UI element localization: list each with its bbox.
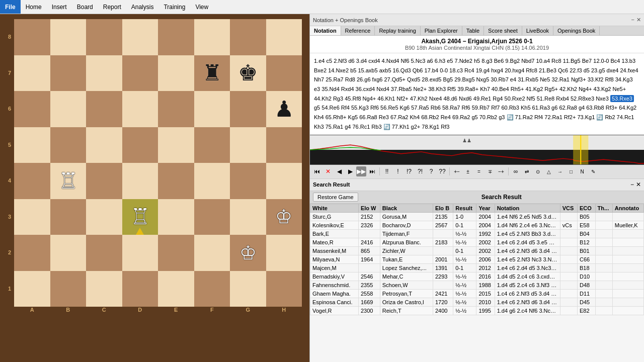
table-row[interactable]: Ghaem Magha.2558Petrosyan,T2421½-½20151.… xyxy=(310,289,644,298)
black-adv-btn[interactable]: −+ xyxy=(496,166,506,176)
square-c1[interactable] xyxy=(86,271,122,307)
table-row[interactable]: Massenkeil,M865Zichler,W0-120021.e4 c6 2… xyxy=(310,246,644,255)
square-f7[interactable]: ♜ xyxy=(194,55,230,92)
prev-move-btn[interactable]: ◀ xyxy=(334,166,344,176)
square-e5[interactable] xyxy=(158,127,194,163)
square-g2[interactable]: ♔ xyxy=(230,235,266,271)
tab-livebook[interactable]: LiveBook xyxy=(522,26,553,35)
square-h4[interactable] xyxy=(266,163,302,199)
square-d4[interactable] xyxy=(122,163,158,199)
file-menu[interactable]: File xyxy=(0,0,21,14)
square-c4[interactable] xyxy=(86,163,122,199)
novelty-btn[interactable]: N xyxy=(577,166,587,176)
table-row[interactable]: Fahnenschmid.2355Schoen,W½-½19881.d4 d5 … xyxy=(310,281,644,289)
analysis-menu[interactable]: Analysis xyxy=(126,0,159,14)
col-elo-b[interactable]: Elo B xyxy=(433,204,453,212)
square-f5[interactable] xyxy=(194,127,230,163)
brilliant-btn[interactable]: !! xyxy=(382,166,392,176)
square-f2[interactable] xyxy=(194,235,230,271)
col-elo-w[interactable]: Elo W xyxy=(358,204,380,212)
square-b5[interactable] xyxy=(50,127,87,163)
slight-white-btn[interactable]: ± xyxy=(463,166,473,176)
square-g4[interactable] xyxy=(230,163,266,199)
square-h2[interactable] xyxy=(266,235,302,271)
col-notation[interactable]: Notation xyxy=(495,204,560,212)
square-b6[interactable] xyxy=(50,91,87,127)
square-h5[interactable] xyxy=(266,127,302,163)
good-btn[interactable]: ! xyxy=(393,166,403,176)
only-move-btn[interactable]: □ xyxy=(566,166,576,176)
table-row[interactable]: Vogel,R2300Reich,T2400½-½19951.d4 g6 2.c… xyxy=(310,306,644,315)
table-row[interactable]: Kolesnikov,E2326Bocharov,D25670-120041.d… xyxy=(310,221,644,229)
tab-plan-explorer[interactable]: Plan Explorer xyxy=(421,26,462,35)
table-row[interactable]: Milyaeva,N1964Tukan,E2001½-½20061.e4 e5 … xyxy=(310,255,644,263)
square-e4[interactable] xyxy=(158,163,194,199)
tab-replay[interactable]: Replay training xyxy=(375,26,420,35)
square-b2[interactable] xyxy=(50,235,87,271)
last-move-btn[interactable]: ⏭ xyxy=(367,166,377,176)
table-row[interactable]: Bernadskiy,V2546Mehar,C2293½-½20161.d4 d… xyxy=(310,272,644,281)
square-c5[interactable] xyxy=(86,127,122,163)
square-f4[interactable] xyxy=(194,163,230,199)
col-black[interactable]: Black xyxy=(380,204,433,212)
square-h7[interactable] xyxy=(266,55,302,92)
search-table-container[interactable]: White Elo W Black Elo B Result Year Nota… xyxy=(310,204,644,363)
tab-openings-book[interactable]: Openings Book xyxy=(553,26,600,35)
with-idea-btn[interactable]: △ xyxy=(544,166,554,176)
square-g5[interactable] xyxy=(230,127,266,163)
square-a7[interactable] xyxy=(14,55,50,92)
next-move-btn[interactable]: ▶ xyxy=(345,166,355,176)
tab-reference[interactable]: Reference xyxy=(341,26,375,35)
square-f1[interactable] xyxy=(194,271,230,307)
table-row[interactable]: Bark,ETijdeman,F½-½19921.e4 c5 2.Nf3 Bb3… xyxy=(310,229,644,238)
white-adv-btn[interactable]: +− xyxy=(452,166,462,176)
square-g8[interactable] xyxy=(230,19,266,55)
col-eco[interactable]: ECO xyxy=(578,204,596,212)
square-g6[interactable] xyxy=(230,91,266,127)
table-row[interactable]: Majcen,MLopez Sanchez,...13910-120121.e4… xyxy=(310,263,644,272)
report-menu[interactable]: Report xyxy=(98,0,126,14)
square-d6[interactable] xyxy=(122,91,158,127)
square-a1[interactable] xyxy=(14,271,50,307)
arrow-btn[interactable]: → xyxy=(555,166,565,176)
training-menu[interactable]: Training xyxy=(158,0,190,14)
infinity-btn[interactable]: ∞ xyxy=(511,166,521,176)
square-b4[interactable]: ♖ xyxy=(50,163,87,199)
square-g1[interactable] xyxy=(230,271,266,307)
square-a5[interactable] xyxy=(14,127,50,163)
square-e2[interactable] xyxy=(158,235,194,271)
square-a6[interactable] xyxy=(14,91,50,127)
square-h1[interactable] xyxy=(266,271,302,307)
square-d1[interactable] xyxy=(122,271,158,307)
square-a8[interactable] xyxy=(14,19,50,55)
blunder-btn[interactable]: ?? xyxy=(437,166,447,176)
square-a2[interactable] xyxy=(14,235,50,271)
slight-black-btn[interactable]: ∓ xyxy=(485,166,495,176)
col-vcs[interactable]: VCS xyxy=(560,204,577,212)
interesting-btn[interactable]: !? xyxy=(404,166,414,176)
square-c3[interactable] xyxy=(86,199,122,235)
square-h3[interactable]: ♔ xyxy=(266,199,302,235)
table-row[interactable]: Espinosa Canci.1669Oriza de Castro,I1720… xyxy=(310,298,644,306)
col-year[interactable]: Year xyxy=(476,204,495,212)
square-b8[interactable] xyxy=(50,19,87,55)
square-e3[interactable] xyxy=(158,199,194,235)
square-g7[interactable]: ♚ xyxy=(230,55,266,92)
square-d7[interactable] xyxy=(122,55,158,92)
restore-game-btn[interactable]: Restore Game xyxy=(313,193,358,202)
square-c8[interactable] xyxy=(86,19,122,55)
square-h8[interactable] xyxy=(266,19,302,55)
square-a4[interactable] xyxy=(14,163,50,199)
chess-board[interactable]: ♜ ♚ ♟ xyxy=(14,19,302,307)
home-menu[interactable]: Home xyxy=(21,0,47,14)
draw-btn[interactable]: ✎ xyxy=(588,166,598,176)
table-row[interactable]: Mateo,R2416Alzpurua Blanc.2183½-½20021.e… xyxy=(310,238,644,246)
table-row[interactable]: Sturc,G2152Gorusa,M21351-020041.e4 Nf6 2… xyxy=(310,212,644,221)
square-d8[interactable] xyxy=(122,19,158,55)
square-c2[interactable] xyxy=(86,235,122,271)
square-d3[interactable]: ♖ xyxy=(122,199,158,235)
fast-forward-btn[interactable]: ▶▶ xyxy=(356,166,366,176)
square-e8[interactable] xyxy=(158,19,194,55)
square-e1[interactable] xyxy=(158,271,194,307)
square-b7[interactable] xyxy=(50,55,87,92)
